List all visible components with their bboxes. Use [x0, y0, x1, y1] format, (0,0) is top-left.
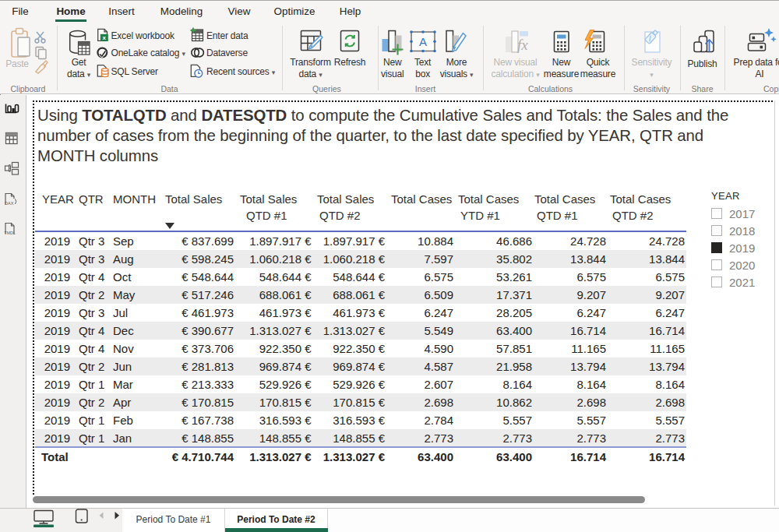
- svg-text:fx: fx: [517, 37, 528, 53]
- svg-text:x: x: [103, 34, 107, 41]
- svg-text:A: A: [419, 35, 427, 48]
- svg-text:TMDL: TMDL: [5, 231, 16, 235]
- svg-text:DAX: DAX: [5, 201, 14, 206]
